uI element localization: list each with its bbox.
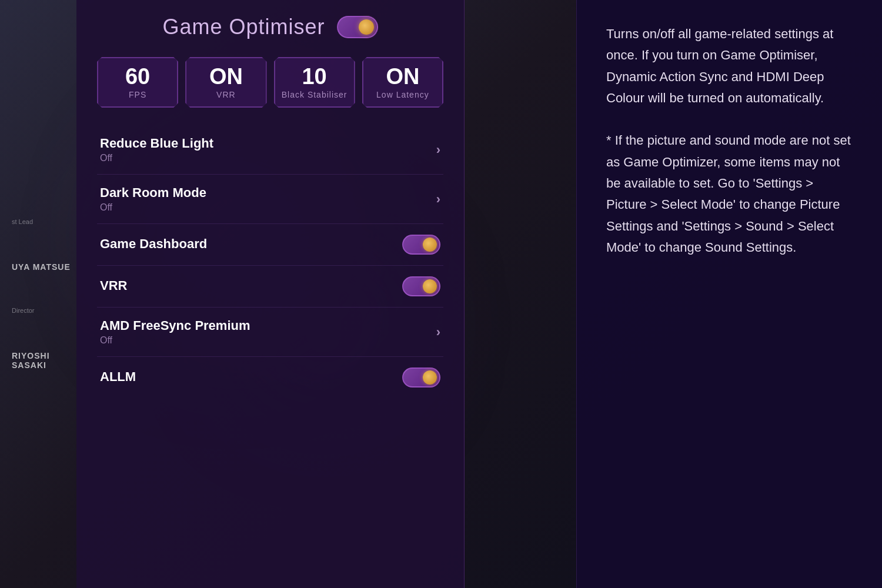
stat-black-stabiliser[interactable]: 10 Black Stabiliser [274,57,355,108]
menu-item-left-rbl: Reduce Blue Light Off [100,136,213,163]
menu-item-value-amd: Off [100,335,250,346]
panel-header: Game Optimiser [97,15,443,39]
menu-item-vrr[interactable]: VRR [97,266,443,308]
main-toggle-knob [359,19,374,35]
info-panel: Turns on/off all game-related settings a… [576,0,882,588]
stat-vrr-value: ON [191,65,260,88]
stat-bs-value: 10 [280,65,349,88]
toggle-game-dashboard[interactable] [402,235,440,255]
stats-row: 60 FPS ON VRR 10 Black Stabiliser ON Low… [97,57,443,108]
menu-item-left-allm: ALLM [100,369,136,386]
toggle-vrr[interactable] [402,276,440,296]
menu-item-amd-freesync[interactable]: AMD FreeSync Premium Off › [97,308,443,357]
menu-item-reduce-blue-light[interactable]: Reduce Blue Light Off › [97,125,443,175]
toggle-allm[interactable] [402,368,440,387]
credit-3: Director [12,307,82,316]
stat-vrr-label: VRR [191,90,260,99]
stat-fps-value: 60 [103,65,172,88]
menu-item-left-gd: Game Dashboard [100,236,207,253]
toggle-knob-gd [423,238,437,252]
stat-vrr[interactable]: ON VRR [185,57,266,108]
main-toggle-switch[interactable] [337,16,378,38]
info-text: Turns on/off all game-related settings a… [606,24,853,258]
menu-item-game-dashboard[interactable]: Game Dashboard [97,224,443,266]
stat-fps-label: FPS [103,90,172,99]
credit-name-2: RIYOSHI SASAKI [12,351,82,370]
stat-bs-label: Black Stabiliser [280,90,349,99]
menu-item-left-amd: AMD FreeSync Premium Off [100,318,250,346]
stat-ll-label: Low Latency [368,90,437,99]
menu-item-value-rbl: Off [100,153,213,163]
menu-item-dark-room-mode[interactable]: Dark Room Mode Off › [97,175,443,224]
menu-item-left-vrr: VRR [100,278,127,295]
menu-item-allm[interactable]: ALLM [97,357,443,398]
menu-item-title-vrr: VRR [100,278,127,293]
chevron-rbl-icon: › [436,142,440,158]
menu-item-title-rbl: Reduce Blue Light [100,136,213,151]
credit-role-1: st Lead [12,218,82,225]
toggle-knob-vrr [423,279,437,293]
stat-ll-value: ON [368,65,437,88]
chevron-amd-icon: › [436,325,440,340]
credit-name-1: UYA MATSUE [12,262,82,272]
menu-item-title-amd: AMD FreeSync Premium [100,318,250,333]
credit-role-2: Director [12,307,82,314]
credit-1: st Lead [12,218,82,227]
stat-low-latency[interactable]: ON Low Latency [362,57,443,108]
game-optimiser-panel: Game Optimiser 60 FPS ON VRR 10 Black St… [76,0,465,588]
credit-2: UYA MATSUE [12,262,82,272]
menu-item-title-drm: Dark Room Mode [100,185,206,201]
menu-item-title-allm: ALLM [100,369,136,385]
menu-item-left-drm: Dark Room Mode Off [100,185,206,213]
stat-fps[interactable]: 60 FPS [97,57,178,108]
chevron-drm-icon: › [436,192,440,207]
credit-4: RIYOSHI SASAKI [12,351,82,370]
toggle-knob-allm [423,370,437,385]
panel-title: Game Optimiser [162,15,325,39]
menu-item-value-drm: Off [100,202,206,213]
menu-list: Reduce Blue Light Off › Dark Room Mode O… [97,125,443,398]
menu-item-title-gd: Game Dashboard [100,236,207,252]
